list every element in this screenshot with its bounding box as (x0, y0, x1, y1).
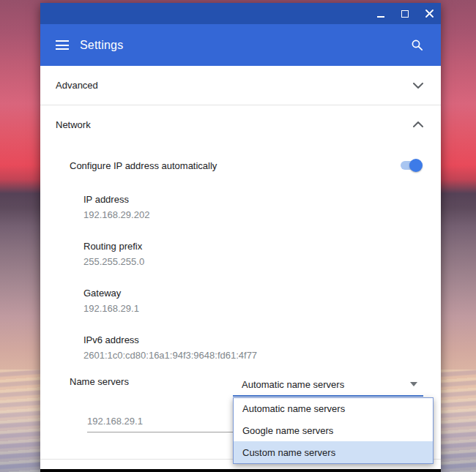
gateway-label: Gateway (83, 288, 139, 299)
name-servers-select[interactable]: Automatic name servers (233, 373, 423, 397)
maximize-button[interactable] (400, 3, 410, 24)
minimize-button[interactable] (376, 3, 386, 24)
close-icon (425, 10, 434, 18)
minimize-icon (377, 16, 384, 18)
name-servers-label: Name servers (70, 376, 129, 387)
ipv6-address-field: IPv6 address 2601:1c0:cd80:16a1:94f3:964… (83, 334, 257, 361)
name-servers-selected-value: Automatic name servers (242, 379, 410, 390)
window-bottom-edge (40, 469, 441, 472)
custom-dns-input[interactable]: 192.168.29.1 (87, 416, 233, 432)
option-custom-name-servers[interactable]: Custom name servers (234, 441, 433, 463)
advanced-section-label: Advanced (56, 80, 98, 91)
window-titlebar (40, 3, 441, 24)
section-network[interactable]: Network (40, 105, 441, 143)
toggle-thumb (409, 159, 423, 172)
routing-prefix-field: Routing prefix 255.255.255.0 (83, 241, 144, 267)
ipv6-address-label: IPv6 address (83, 334, 257, 345)
ip-address-label: IP address (83, 194, 149, 205)
maximize-icon (401, 10, 409, 18)
configure-ip-label: Configure IP address automatically (70, 160, 217, 171)
settings-window: Settings Advanced Network Configure IP a… (40, 3, 441, 472)
configure-ip-row: Configure IP address automatically (40, 143, 441, 187)
gateway-value: 192.168.29.1 (83, 303, 139, 314)
settings-header: Settings (40, 24, 441, 66)
section-advanced[interactable]: Advanced (40, 66, 441, 105)
close-button[interactable] (424, 3, 434, 24)
gateway-field: Gateway 192.168.29.1 (83, 288, 139, 314)
option-google-name-servers[interactable]: Google name servers (234, 420, 433, 442)
chevron-up-icon (413, 121, 423, 127)
name-servers-dropdown-menu: Automatic name servers Google name serve… (233, 397, 434, 464)
ip-address-value: 192.168.29.202 (83, 209, 149, 220)
option-automatic-name-servers[interactable]: Automatic name servers (234, 398, 433, 420)
routing-prefix-label: Routing prefix (83, 241, 144, 252)
hamburger-menu-icon[interactable] (56, 40, 69, 50)
configure-ip-toggle[interactable] (401, 159, 423, 172)
search-icon[interactable] (411, 39, 423, 51)
routing-prefix-value: 255.255.255.0 (83, 256, 144, 267)
dropdown-arrow-icon (410, 382, 417, 386)
page-title: Settings (80, 39, 123, 52)
ipv6-address-value: 2601:1c0:cd80:16a1:94f3:9648:fd61:4f77 (83, 350, 257, 361)
ip-address-field: IP address 192.168.29.202 (83, 194, 149, 220)
settings-content: Advanced Network Configure IP address au… (40, 66, 441, 472)
chevron-down-icon (413, 83, 423, 89)
network-section-label: Network (56, 119, 91, 130)
